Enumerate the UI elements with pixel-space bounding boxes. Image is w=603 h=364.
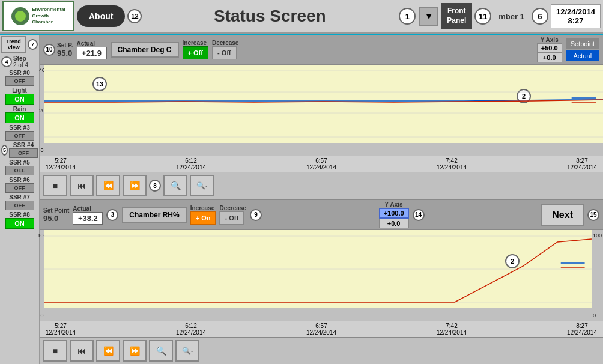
badge-15: 15 bbox=[587, 209, 599, 221]
logo: Environmental Growth Chamber bbox=[2, 1, 74, 31]
chamber-type-button-2[interactable]: Chamber RH% bbox=[122, 207, 186, 223]
increase-label-1: Increase bbox=[183, 40, 208, 46]
date-value: 12/24/2014 bbox=[556, 7, 595, 16]
skip-start-button-2[interactable]: ⏮ bbox=[70, 340, 94, 362]
decrease-button-1[interactable]: - Off bbox=[212, 46, 237, 59]
badge-12: 12 bbox=[127, 9, 142, 23]
sidebar-ssr6: SSR #6 OFF bbox=[1, 177, 38, 193]
sidebar-ssr3: SSR #3 OFF bbox=[1, 124, 38, 141]
y-val-0-2: 0 bbox=[40, 312, 43, 318]
control-bar-1: 10 Set P. 95.0 Actual +21.9 Chamber Deg … bbox=[40, 35, 603, 65]
panel-humidity: Set Point 95.0 Actual +38.2 3 Chamber RH… bbox=[40, 200, 603, 364]
skip-start-button-1[interactable]: ⏮ bbox=[70, 175, 94, 196]
sidebar-ssr7: SSR #7 OFF bbox=[1, 194, 38, 210]
ssr0-off-button[interactable]: OFF bbox=[5, 76, 34, 86]
setpoint-button-1[interactable]: Setpoint bbox=[566, 38, 599, 49]
chart-svg-1 bbox=[44, 65, 603, 143]
badge-10: 10 bbox=[43, 44, 55, 56]
y-axis-label-1: Y Axis bbox=[537, 37, 562, 43]
sidebar-ssr8: SSR #8 ON bbox=[1, 211, 38, 229]
chart-time-labels-2: 5:2712/24/2014 6:1212/24/2014 6:5712/24/… bbox=[40, 321, 603, 337]
zoom-out-button-1[interactable]: 🔍- bbox=[190, 175, 214, 196]
actual-label-2: Actual bbox=[73, 205, 103, 212]
playback-bar-1: ■ ⏮ ⏪ ⏩ 8 🔍 🔍- bbox=[40, 172, 603, 199]
rain-label: Rain bbox=[13, 106, 26, 112]
stop-button-1[interactable]: ■ bbox=[43, 175, 67, 196]
decrease-label-1: Decrease bbox=[212, 40, 238, 46]
page-title: Status Screen bbox=[144, 7, 395, 26]
time-1-5: 8:2712/24/2014 bbox=[567, 157, 597, 171]
rain-on-button[interactable]: ON bbox=[5, 112, 34, 123]
decrease-button-2[interactable]: - Off bbox=[219, 211, 244, 225]
y-axis-box-1: Y Axis +50.0 +0.0 bbox=[537, 37, 562, 62]
time-1-4: 7:4212/24/2014 bbox=[437, 157, 467, 171]
ssr4-off-button[interactable]: OFF bbox=[9, 148, 38, 158]
time-1-1: 5:2712/24/2014 bbox=[46, 157, 76, 171]
badge-4: 4 bbox=[1, 56, 12, 67]
sidebar-ssr5: SSR #5 OFF bbox=[1, 159, 38, 175]
rewind-button-1[interactable]: ⏪ bbox=[96, 175, 120, 196]
chamber-type-button-1[interactable]: Chamber Deg C bbox=[111, 42, 179, 58]
decrease-label-2: Decrease bbox=[219, 205, 246, 211]
next-button[interactable]: Next bbox=[541, 204, 584, 226]
sidebar-ssr4: SSR #4 OFF bbox=[9, 142, 38, 158]
zoom-in-button-2[interactable]: 🔍 bbox=[149, 340, 173, 362]
stop-button-2[interactable]: ■ bbox=[43, 340, 67, 362]
chart-area-2: 2 bbox=[44, 230, 592, 308]
chamber-label: mber 1 bbox=[494, 12, 529, 21]
y-axis-box-2: Y Axis +100.0 +0.0 bbox=[379, 201, 409, 228]
about-button[interactable]: About bbox=[77, 5, 125, 27]
light-on-button[interactable]: ON bbox=[5, 94, 34, 105]
ssr3-off-button[interactable]: OFF bbox=[5, 131, 34, 141]
y-axis-high-1: +50.0 bbox=[537, 43, 562, 53]
increase-button-1[interactable]: + Off bbox=[183, 46, 208, 59]
logo-line1: Environmental bbox=[32, 7, 65, 13]
header: Environmental Growth Chamber About 12 St… bbox=[0, 0, 603, 34]
ssr6-off-button[interactable]: OFF bbox=[5, 183, 34, 193]
logo-line2: Growth bbox=[32, 13, 65, 19]
time-1-3: 6:5712/24/2014 bbox=[306, 157, 336, 171]
ssr8-on-button[interactable]: ON bbox=[5, 218, 34, 229]
rewind-button-2[interactable]: ⏪ bbox=[96, 340, 120, 362]
dropdown-button[interactable]: ▼ bbox=[419, 7, 438, 26]
time-2-5: 8:2712/24/2014 bbox=[567, 323, 597, 336]
zoom-out-button-2[interactable]: 🔍- bbox=[175, 340, 199, 362]
ssr7-off-button[interactable]: OFF bbox=[5, 201, 34, 210]
ssr5-off-button[interactable]: OFF bbox=[5, 166, 34, 175]
set-point-label-2: Set Point bbox=[43, 207, 69, 214]
time-2-3: 6:5712/24/2014 bbox=[306, 323, 336, 336]
badge-6: 6 bbox=[532, 8, 548, 25]
actual-value-2: +38.2 bbox=[73, 212, 103, 225]
set-point-value-2: 95.0 bbox=[43, 214, 69, 223]
skip-end-button-2[interactable]: ⏩ bbox=[123, 340, 147, 362]
sidebar: TrendView 7 4 Step 2 of 4 SSR #0 OFF Lig… bbox=[0, 35, 40, 364]
panels-area: 10 Set P. 95.0 Actual +21.9 Chamber Deg … bbox=[40, 35, 603, 364]
y-val-0-1: 0 bbox=[40, 147, 43, 153]
trend-view-button[interactable]: TrendView bbox=[1, 36, 26, 53]
playback-bar-2: ■ ⏮ ⏪ ⏩ 🔍 🔍- bbox=[40, 337, 603, 364]
actual-button-1[interactable]: Actual bbox=[566, 50, 599, 61]
time-1-2: 6:1212/24/2014 bbox=[176, 157, 206, 171]
sidebar-rain: Rain ON bbox=[1, 106, 38, 123]
control-bar-2: Set Point 95.0 Actual +38.2 3 Chamber RH… bbox=[40, 200, 603, 230]
step-value: 2 of 4 bbox=[13, 62, 28, 68]
y-right-0: 0 bbox=[593, 312, 602, 318]
panel-temperature: 10 Set P. 95.0 Actual +21.9 Chamber Deg … bbox=[40, 35, 603, 200]
time-2-4: 7:4212/24/2014 bbox=[437, 323, 467, 336]
actual-value-1: +21.9 bbox=[77, 47, 107, 59]
chart-svg-2 bbox=[44, 230, 592, 308]
datetime-display: 12/24/2014 8:27 bbox=[551, 4, 601, 28]
time-value: 8:27 bbox=[556, 16, 595, 25]
skip-end-button-1[interactable]: ⏩ bbox=[123, 175, 147, 196]
set-point-label-1: Set P. bbox=[57, 42, 73, 49]
front-panel-button[interactable]: FrontPanel bbox=[441, 3, 472, 29]
ssr4-label: SSR #4 bbox=[13, 142, 34, 148]
increase-on-button-2[interactable]: + On bbox=[190, 211, 216, 225]
ssr5-label: SSR #5 bbox=[9, 159, 29, 166]
badge-11: 11 bbox=[474, 8, 491, 25]
set-point-value-1: 95.0 bbox=[57, 49, 73, 58]
y-axis-high-2[interactable]: +100.0 bbox=[379, 208, 409, 219]
zoom-in-button-1[interactable]: 🔍 bbox=[163, 175, 187, 196]
y-right-100: 100 bbox=[593, 232, 602, 238]
badge-14: 14 bbox=[413, 209, 425, 221]
